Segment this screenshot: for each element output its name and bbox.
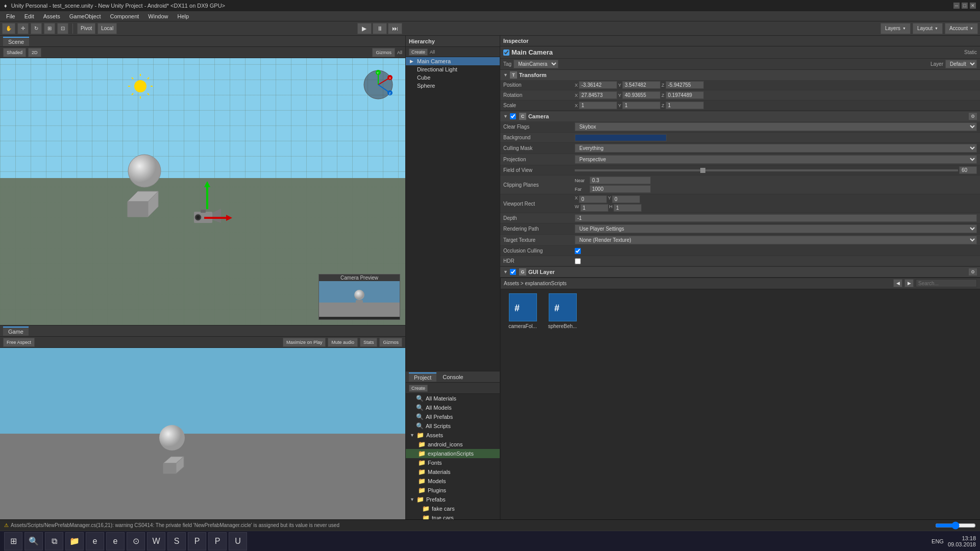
btn6[interactable]: P (188, 532, 206, 550)
mute-btn[interactable]: Mute audio (328, 338, 358, 347)
2d-button[interactable]: 2D (28, 48, 41, 57)
target-texture-dropdown[interactable]: None (Render Texture) (575, 236, 977, 244)
vp-y[interactable] (612, 195, 640, 203)
folder-android-icons[interactable]: 📁 android_icons (406, 440, 500, 449)
hierarchy-item-main-camera[interactable]: ▶ Main Camera (406, 57, 500, 65)
camera-settings-btn[interactable]: ⚙ (969, 113, 977, 120)
project-tab[interactable]: Project (409, 372, 436, 382)
close-button[interactable]: ✕ (970, 3, 976, 9)
background-color-swatch[interactable] (575, 134, 667, 141)
rotation-x[interactable] (579, 91, 617, 99)
account-dropdown[interactable]: Account (945, 23, 978, 34)
menu-component[interactable]: Component (106, 12, 143, 20)
folder-assets[interactable]: ▼ 📁 Assets (406, 431, 500, 440)
zoom-slider[interactable] (935, 521, 976, 530)
vp-h[interactable] (614, 204, 642, 212)
console-tab[interactable]: Console (437, 373, 468, 381)
project-create-btn[interactable]: Create (409, 385, 428, 392)
gui-layer-cb[interactable] (510, 269, 516, 275)
menu-edit[interactable]: Edit (20, 12, 38, 20)
position-x[interactable] (579, 81, 617, 89)
folder-fonts[interactable]: 📁 Fonts (406, 458, 500, 467)
ie-btn[interactable]: e (106, 532, 125, 550)
asset-camera-follow[interactable]: # cameraFol... (505, 293, 541, 329)
hdr-checkbox[interactable] (575, 258, 581, 264)
near-input[interactable] (590, 177, 651, 184)
folder-explanation-scripts[interactable]: 📁 explanationScripts (406, 449, 500, 458)
vp-w[interactable] (580, 204, 608, 212)
vp-x[interactable] (579, 195, 607, 203)
menu-window[interactable]: Window (144, 12, 172, 20)
tag-dropdown[interactable]: MainCamera (513, 60, 558, 68)
gizmos-button[interactable]: Gizmos (372, 48, 395, 57)
minimize-button[interactable]: ─ (953, 3, 960, 9)
clear-flags-dropdown[interactable]: Skybox (575, 122, 977, 131)
word-btn[interactable]: W (147, 532, 165, 550)
menu-assets[interactable]: Assets (39, 12, 64, 20)
menu-gameobject[interactable]: GameObject (65, 12, 105, 20)
menu-help[interactable]: Help (173, 12, 193, 20)
play-button[interactable]: ▶ (357, 23, 372, 34)
fov-input[interactable] (959, 166, 977, 174)
hierarchy-create-btn[interactable]: Create (409, 48, 428, 56)
folder-materials[interactable]: 📁 Materials (406, 467, 500, 477)
gui-settings-btn[interactable]: ⚙ (969, 268, 977, 276)
game-content[interactable] (0, 348, 405, 519)
edge-browser-btn[interactable]: e (86, 532, 104, 550)
search-button[interactable]: 🔍 (24, 532, 43, 550)
occlusion-culling-checkbox[interactable] (575, 248, 581, 254)
tool-scale[interactable]: ⊞ (44, 23, 55, 34)
project-right-btn2[interactable]: ▶ (904, 279, 914, 287)
hierarchy-item-sphere[interactable]: Sphere (406, 82, 500, 90)
game-gizmos-btn[interactable]: Gizmos (379, 338, 402, 347)
layers-dropdown[interactable]: Layers (880, 23, 911, 34)
transform-header[interactable]: ▼ T Transform (500, 70, 980, 80)
position-z[interactable] (666, 81, 704, 89)
asset-sphere-behaviour[interactable]: # sphereBeh... (545, 293, 580, 329)
folder-plugins[interactable]: 📁 Plugins (406, 486, 500, 495)
pivot-button[interactable]: Pivot (77, 23, 95, 34)
step-button[interactable]: ⏭ (388, 23, 402, 34)
object-active-checkbox[interactable] (503, 49, 509, 56)
tool-rect[interactable]: ⊡ (57, 23, 68, 34)
pause-button[interactable]: ⏸ (373, 23, 387, 34)
task-view-button[interactable]: ⧉ (45, 532, 63, 550)
layer-dropdown[interactable]: Default (945, 60, 977, 68)
stats-btn[interactable]: Stats (360, 338, 378, 347)
scene-content[interactable]: Y X Z Camera Preview (0, 58, 405, 325)
position-y[interactable] (622, 81, 660, 89)
gui-layer-header[interactable]: ▼ G GUI Layer ⚙ (500, 267, 980, 277)
rotation-z[interactable] (666, 91, 704, 99)
scale-y[interactable] (622, 102, 660, 109)
tool-hand[interactable]: ✋ (2, 23, 15, 34)
far-input[interactable] (590, 185, 651, 193)
rendering-path-dropdown[interactable]: Use Player Settings (575, 224, 977, 233)
folder-all-scripts[interactable]: 🔍 All Scripts (406, 421, 500, 431)
hierarchy-item-cube[interactable]: Cube (406, 73, 500, 82)
hierarchy-item-directional-light[interactable]: Directional Light (406, 65, 500, 73)
projection-dropdown[interactable]: Perspective (575, 155, 977, 164)
folder-all-prefabs[interactable]: 🔍 All Prefabs (406, 412, 500, 421)
camera-header[interactable]: ▼ C Camera ⚙ (500, 111, 980, 121)
aspect-dropdown[interactable]: Free Aspect (3, 338, 35, 347)
btn5[interactable]: S (167, 532, 186, 550)
menu-file[interactable]: File (2, 12, 19, 20)
btn7[interactable]: P (208, 532, 227, 550)
btn8[interactable]: U (229, 532, 247, 550)
fov-slider[interactable] (575, 169, 958, 171)
scene-tab[interactable]: Scene (3, 37, 29, 46)
shading-dropdown[interactable]: Shaded (3, 48, 26, 57)
tool-move[interactable]: ✛ (17, 23, 29, 34)
chrome-btn[interactable]: ⊙ (127, 532, 145, 550)
folder-fake-cars[interactable]: 📁 fake cars (406, 504, 500, 513)
folder-all-models[interactable]: 🔍 All Models (406, 403, 500, 412)
culling-mask-dropdown[interactable]: Everything (575, 144, 977, 153)
folder-all-materials[interactable]: 🔍 All Materials (406, 394, 500, 403)
game-tab[interactable]: Game (3, 327, 29, 336)
depth-input[interactable] (575, 214, 977, 222)
rotation-y[interactable] (622, 91, 660, 99)
camera-active-cb[interactable] (510, 113, 516, 119)
maximize-play-btn[interactable]: Maximize on Play (283, 338, 326, 347)
project-search-input[interactable] (916, 279, 977, 287)
project-right-btn1[interactable]: ◀ (893, 279, 902, 287)
